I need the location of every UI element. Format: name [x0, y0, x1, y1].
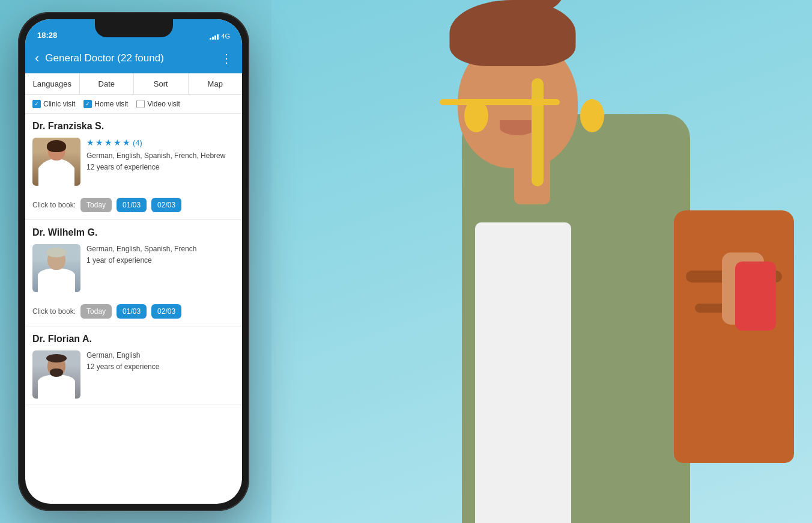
langs-wilhelm: German, English, Spanish, French	[86, 244, 235, 254]
visit-type-video[interactable]: Video visit	[136, 100, 180, 108]
person-photo	[271, 0, 812, 523]
doctor-card-franziska: Dr. Franziska S.	[25, 114, 242, 220]
clinic-label: Clinic visit	[43, 100, 75, 108]
tab-languages[interactable]: Languages	[25, 73, 80, 94]
details-wilhelm: German, English, Spanish, French 1 year …	[86, 244, 235, 292]
star-4: ★	[114, 138, 121, 147]
doctor-name-wilhelm: Dr. Wilhelm G.	[32, 227, 235, 238]
doctor-card-florian: Dr. Florian A. G	[25, 326, 242, 405]
tab-map[interactable]: Map	[189, 73, 243, 94]
visit-type-clinic[interactable]: ✓ Clinic visit	[32, 100, 75, 108]
book-row-franziska: Click to book: Today 01/03 02/03	[32, 192, 235, 219]
avatar-franziska	[32, 138, 80, 186]
clinic-checkbox[interactable]: ✓	[32, 100, 41, 108]
doctor-info-florian: German, English 12 years of experience	[32, 350, 235, 399]
date-2-franziska[interactable]: 02/03	[151, 198, 181, 212]
phone-mockup: 18:28 4G ‹ General Doctor (22 fo	[18, 12, 249, 511]
doctor-info-franziska: ★ ★ ★ ★ ★ (4) German, English, Spanish, …	[32, 138, 235, 186]
date-today-franziska[interactable]: Today	[80, 198, 112, 212]
star-1: ★	[86, 138, 94, 147]
filter-tabs: Languages Date Sort Map	[25, 73, 242, 95]
header-bar: ‹ General Doctor (22 found) ⋮	[25, 43, 242, 73]
rating-count-franziska: (4)	[133, 138, 142, 147]
visit-type-home[interactable]: ✓ Home visit	[83, 100, 128, 108]
doctor-name-florian: Dr. Florian A.	[32, 334, 235, 344]
phone-notch	[95, 19, 173, 37]
avatar-wilhelm	[32, 244, 80, 292]
click-to-book-wilhelm: Click to book:	[32, 307, 76, 316]
exp-franziska: 12 years of experience	[86, 163, 235, 171]
rating-franziska: ★ ★ ★ ★ ★ (4)	[86, 138, 235, 147]
date-2-wilhelm[interactable]: 02/03	[151, 304, 181, 319]
doctor-card-wilhelm: Dr. Wilhelm G. German, English, Spa	[25, 220, 242, 326]
book-row-wilhelm: Click to book: Today 01/03 02/03	[32, 298, 235, 326]
date-1-wilhelm[interactable]: 01/03	[117, 304, 147, 319]
star-2: ★	[95, 138, 103, 147]
doctor-info-wilhelm: German, English, Spanish, French 1 year …	[32, 244, 235, 292]
status-icons: 4G	[210, 32, 230, 40]
doctor-name-franziska: Dr. Franziska S.	[32, 121, 235, 132]
date-today-wilhelm[interactable]: Today	[80, 304, 112, 319]
home-label: Home visit	[94, 100, 128, 108]
exp-florian: 12 years of experience	[86, 362, 235, 371]
back-button[interactable]: ‹	[35, 52, 39, 65]
avatar-florian	[32, 350, 80, 399]
menu-button[interactable]: ⋮	[220, 51, 232, 66]
video-checkbox[interactable]	[136, 100, 145, 108]
header-title: General Doctor (22 found)	[45, 52, 214, 64]
star-5: ★	[123, 138, 130, 147]
details-franziska: ★ ★ ★ ★ ★ (4) German, English, Spanish, …	[86, 138, 235, 186]
star-3: ★	[105, 138, 112, 147]
exp-wilhelm: 1 year of experience	[86, 256, 235, 265]
doctor-list: Dr. Franziska S.	[25, 114, 242, 480]
date-1-franziska[interactable]: 01/03	[117, 198, 147, 212]
network-label: 4G	[221, 32, 230, 40]
video-label: Video visit	[147, 100, 180, 108]
tab-sort[interactable]: Sort	[134, 73, 189, 94]
langs-franziska: German, English, Spanish, French, Hebrew	[86, 151, 235, 161]
click-to-book-franziska: Click to book:	[32, 201, 76, 209]
signal-icon	[210, 32, 219, 40]
home-checkbox[interactable]: ✓	[83, 100, 92, 108]
tab-date[interactable]: Date	[80, 73, 135, 94]
visit-types: ✓ Clinic visit ✓ Home visit Video visit	[25, 95, 242, 114]
details-florian: German, English 12 years of experience	[86, 350, 235, 399]
langs-florian: German, English	[86, 350, 235, 361]
